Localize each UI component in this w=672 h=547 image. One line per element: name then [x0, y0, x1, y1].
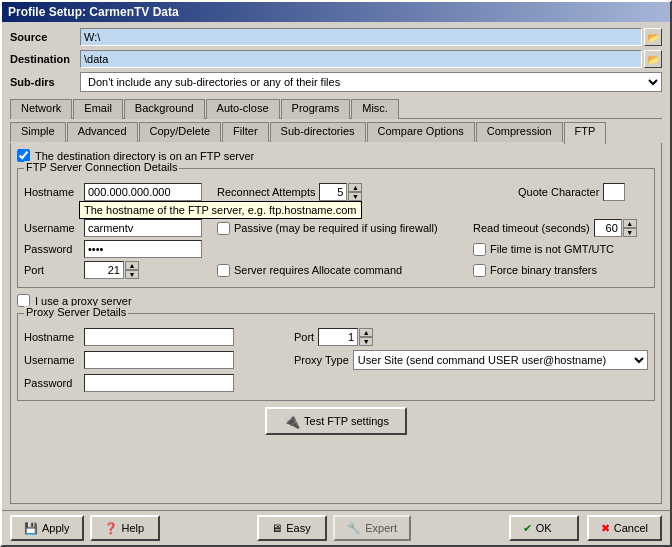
test-ftp-icon: 🔌 — [283, 413, 300, 429]
read-timeout-spinner[interactable]: ▲ ▼ — [623, 219, 637, 237]
easy-label: Easy — [286, 522, 310, 534]
reconnect-input[interactable] — [319, 183, 347, 201]
allocate-checkbox[interactable] — [217, 264, 230, 277]
subdirs-select[interactable]: Don't include any sub-directories or any… — [80, 72, 662, 92]
tab-compression[interactable]: Compression — [476, 122, 563, 142]
tab-advanced[interactable]: Advanced — [67, 122, 138, 142]
read-timeout-label: Read timeout (seconds) — [473, 222, 590, 234]
proxy-password-label: Password — [24, 377, 84, 389]
ok-label: OK — [536, 522, 552, 534]
read-timeout-input[interactable] — [594, 219, 622, 237]
proxy-check-label: I use a proxy server — [35, 295, 132, 307]
window-title: Profile Setup: CarmenTV Data — [8, 5, 179, 19]
cancel-icon: ✖ — [601, 522, 610, 535]
test-ftp-button[interactable]: 🔌 Test FTP settings — [265, 407, 407, 435]
destination-browse-button[interactable]: 📂 — [644, 50, 662, 68]
proxy-username-label: Username — [24, 354, 84, 366]
help-label: Help — [122, 522, 145, 534]
port-down-btn[interactable]: ▼ — [125, 270, 139, 279]
tab-background[interactable]: Background — [124, 99, 205, 119]
reconnect-down-btn[interactable]: ▼ — [348, 192, 362, 201]
username-input[interactable] — [84, 219, 202, 237]
easy-button[interactable]: 🖥 Easy — [257, 515, 327, 541]
tab-misc[interactable]: Misc. — [351, 99, 399, 119]
cancel-label: Cancel — [614, 522, 648, 534]
read-timeout-up-btn[interactable]: ▲ — [623, 219, 637, 228]
source-label: Source — [10, 31, 80, 43]
ftp-server-group: FTP Server Connection Details Hostname R… — [17, 168, 655, 288]
cancel-button[interactable]: ✖ Cancel — [587, 515, 662, 541]
test-ftp-label: Test FTP settings — [304, 415, 389, 427]
expert-button[interactable]: 🔧 Expert — [333, 515, 411, 541]
tab-copydelete[interactable]: Copy/Delete — [139, 122, 222, 142]
tab-email[interactable]: Email — [73, 99, 123, 119]
subdirs-label: Sub-dirs — [10, 76, 80, 88]
apply-button[interactable]: 💾 Apply — [10, 515, 84, 541]
main-window: Profile Setup: CarmenTV Data Source 📂 De… — [0, 0, 672, 547]
proxy-port-down-btn[interactable]: ▼ — [359, 337, 373, 346]
footer-bar: 💾 Apply ❓ Help 🖥 Easy 🔧 Expert ✔ OK — [2, 510, 670, 545]
tabs-row1: Network Email Background Auto-close Prog… — [10, 98, 662, 118]
tab-network[interactable]: Network — [10, 99, 72, 119]
ok-button[interactable]: ✔ OK — [509, 515, 579, 541]
tab-ftp[interactable]: FTP — [564, 122, 607, 144]
hostname-input[interactable] — [84, 183, 202, 201]
port-spinner[interactable]: ▲ ▼ — [125, 261, 139, 279]
easy-icon: 🖥 — [271, 522, 282, 534]
source-row: Source 📂 — [10, 28, 662, 46]
tab-compare[interactable]: Compare Options — [367, 122, 475, 142]
tab-subdirs[interactable]: Sub-directories — [270, 122, 366, 142]
tabs-row2: Simple Advanced Copy/Delete Filter Sub-d… — [10, 121, 662, 143]
proxy-server-group: Proxy Server Details Hostname Port ▲ — [17, 313, 655, 401]
apply-label: Apply — [42, 522, 70, 534]
proxy-group-title: Proxy Server Details — [24, 306, 128, 318]
allocate-label: Server requires Allocate command — [234, 264, 402, 276]
footer-left: 💾 Apply ❓ Help — [10, 515, 160, 541]
destination-ftp-label: The destination directory is on an FTP s… — [35, 150, 254, 162]
reconnect-up-btn[interactable]: ▲ — [348, 183, 362, 192]
port-input[interactable] — [84, 261, 124, 279]
proxy-hostname-input[interactable] — [84, 328, 234, 346]
expert-icon: 🔧 — [347, 522, 361, 535]
proxy-password-input[interactable] — [84, 374, 234, 392]
proxy-username-input[interactable] — [84, 351, 234, 369]
password-label: Password — [24, 243, 84, 255]
reconnect-spinner[interactable]: ▲ ▼ — [348, 183, 362, 201]
force-binary-checkbox[interactable] — [473, 264, 486, 277]
proxy-type-label: Proxy Type — [294, 354, 349, 366]
subdirs-row: Sub-dirs Don't include any sub-directori… — [10, 72, 662, 92]
password-input[interactable] — [84, 240, 202, 258]
tab-simple[interactable]: Simple — [10, 122, 66, 142]
proxy-type-select[interactable]: User Site (send command USER user@hostna… — [353, 350, 648, 370]
passive-label: Passive (may be required if using firewa… — [234, 222, 438, 234]
port-label: Port — [24, 264, 84, 276]
quote-char-label: Quote Character — [518, 186, 599, 198]
file-time-checkbox[interactable] — [473, 243, 486, 256]
proxy-port-input[interactable] — [318, 328, 358, 346]
reconnect-label: Reconnect Attempts — [217, 186, 315, 198]
passive-checkbox[interactable] — [217, 222, 230, 235]
proxy-hostname-label: Hostname — [24, 331, 84, 343]
port-up-btn[interactable]: ▲ — [125, 261, 139, 270]
tab-autoclose[interactable]: Auto-close — [206, 99, 280, 119]
apply-icon: 💾 — [24, 522, 38, 535]
ftp-server-group-title: FTP Server Connection Details — [24, 161, 179, 173]
file-time-label: File time is not GMT/UTC — [490, 243, 614, 255]
title-bar: Profile Setup: CarmenTV Data — [2, 2, 670, 22]
destination-label: Destination — [10, 53, 80, 65]
hostname-tooltip: The hostname of the FTP server, e.g. ftp… — [79, 201, 362, 219]
footer-right: ✔ OK ✖ Cancel — [509, 515, 662, 541]
proxy-port-spinner[interactable]: ▲ ▼ — [359, 328, 373, 346]
tab-programs[interactable]: Programs — [281, 99, 351, 119]
source-input[interactable] — [80, 28, 642, 46]
source-browse-button[interactable]: 📂 — [644, 28, 662, 46]
ok-icon: ✔ — [523, 522, 532, 535]
quote-char-input[interactable] — [603, 183, 625, 201]
tab-filter[interactable]: Filter — [222, 122, 268, 142]
proxy-port-up-btn[interactable]: ▲ — [359, 328, 373, 337]
footer-middle: 🖥 Easy 🔧 Expert — [257, 515, 411, 541]
destination-input[interactable] — [80, 50, 642, 68]
read-timeout-down-btn[interactable]: ▼ — [623, 228, 637, 237]
help-button[interactable]: ❓ Help — [90, 515, 160, 541]
help-icon: ❓ — [104, 522, 118, 535]
